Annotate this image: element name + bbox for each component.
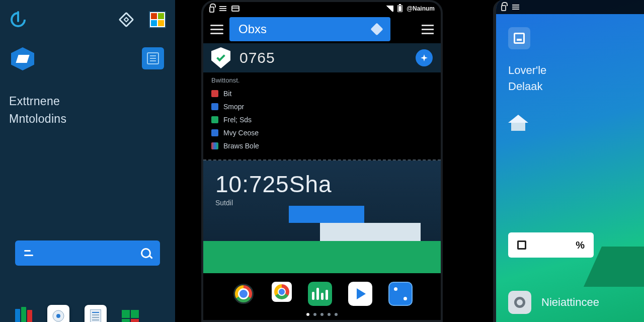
wallpaper-landscape <box>203 213 441 273</box>
info-number: 0765 <box>239 49 275 66</box>
right-title: Lover'le Delaak <box>508 62 632 95</box>
books-icon[interactable] <box>15 307 32 322</box>
dock-app-2[interactable] <box>85 305 107 322</box>
right-bottom-label: Nieiattincee <box>541 296 599 309</box>
right-status-bar <box>496 0 644 14</box>
right-bottom-row: Nieiattincee <box>508 291 599 314</box>
brand-logo-icon[interactable] <box>9 11 27 29</box>
spark-icon <box>421 54 428 61</box>
list-item[interactable]: Frel; Sds <box>211 113 433 126</box>
right-panel: Lover'le Delaak % Nieiattincee <box>453 0 644 322</box>
list-area: Bwittonst. Bit Smopr Frel; Sds Mvy Ceose… <box>203 72 441 157</box>
status-menu-icon <box>512 5 519 10</box>
search-bar[interactable] <box>15 240 160 266</box>
clock-widget[interactable]: 10:725Sha Sutdil <box>203 160 441 273</box>
right-card[interactable]: % <box>508 232 594 258</box>
left-panel: Exttrnene Mntolodins <box>0 0 181 322</box>
status-card-icon <box>231 6 239 12</box>
list-item-label: Mvy Ceose <box>223 129 259 137</box>
checkbox-icon <box>517 240 526 250</box>
search-icon <box>141 248 151 258</box>
dock-app-3[interactable] <box>122 310 139 322</box>
diamond-icon[interactable] <box>118 12 134 27</box>
list-item-label: Smopr <box>223 103 244 111</box>
dice-app-icon[interactable] <box>388 282 413 306</box>
battery-icon <box>397 5 403 12</box>
play-app-icon[interactable] <box>348 282 372 306</box>
left-title-line1: Exttrnene <box>9 93 166 110</box>
status-bar: @Nainum <box>203 2 441 15</box>
clock-time: 10:725Sha <box>215 171 429 198</box>
overflow-icon[interactable] <box>422 25 434 34</box>
left-topbar <box>9 6 166 33</box>
home-icon[interactable] <box>508 115 528 131</box>
equalizer-app-icon[interactable] <box>308 282 332 306</box>
signal-icon <box>385 6 393 12</box>
list-item-label: Frel; Sds <box>223 116 252 124</box>
left-shortcut-row <box>9 47 166 70</box>
chrome-alt-app-icon[interactable] <box>272 282 292 302</box>
lock-icon <box>501 5 506 11</box>
right-fab[interactable] <box>508 291 531 314</box>
list-item-label: Braws Bole <box>223 142 259 150</box>
lock-icon <box>209 7 214 13</box>
right-phone: Lover'le Delaak % Nieiattincee <box>493 0 644 322</box>
page-indicator[interactable] <box>203 313 441 316</box>
dock-app-1[interactable] <box>47 305 69 322</box>
left-dock <box>15 305 139 322</box>
title-chip[interactable]: Obxs <box>229 17 390 41</box>
info-row: 0765 <box>203 43 441 72</box>
mid-dock <box>203 282 441 306</box>
percent-label: % <box>576 239 585 251</box>
left-title-line2: Mntolodins <box>9 110 166 128</box>
app-bar: Obxs <box>203 15 441 43</box>
right-app-tile[interactable] <box>508 27 530 49</box>
middle-phone: @Nainum Obxs 0765 Bwittonst. Bit Smopr F… <box>201 0 443 322</box>
svg-point-3 <box>56 314 60 318</box>
list-item[interactable]: Smopr <box>211 100 433 113</box>
shield-icon <box>211 47 230 68</box>
list-item-label: Bit <box>223 90 231 98</box>
drawer-icon[interactable] <box>210 25 223 34</box>
notify-icon <box>370 23 383 35</box>
list-header: Bwittonst. <box>211 76 433 84</box>
list-item[interactable]: Bit <box>211 87 433 100</box>
left-title: Exttrnene Mntolodins <box>9 93 166 127</box>
microsoft-tiles-icon[interactable] <box>149 11 166 28</box>
action-fab[interactable] <box>416 49 433 66</box>
right-title-line2: Delaak <box>508 78 632 95</box>
hex-app-icon[interactable] <box>11 47 34 70</box>
circle-icon <box>514 297 525 308</box>
carrier-label: @Nainum <box>407 5 435 12</box>
chrome-app-icon[interactable] <box>231 282 256 306</box>
status-menu-icon <box>219 6 226 11</box>
list-item[interactable]: Braws Bole <box>211 139 433 152</box>
list-item[interactable]: Mvy Ceose <box>211 126 433 139</box>
search-menu-icon <box>24 250 33 256</box>
title-chip-label: Obxs <box>238 22 267 36</box>
middle-phone-wrap: @Nainum Obxs 0765 Bwittonst. Bit Smopr F… <box>201 0 453 322</box>
right-title-line1: Lover'le <box>508 62 632 78</box>
chip-app-icon[interactable] <box>142 47 164 69</box>
